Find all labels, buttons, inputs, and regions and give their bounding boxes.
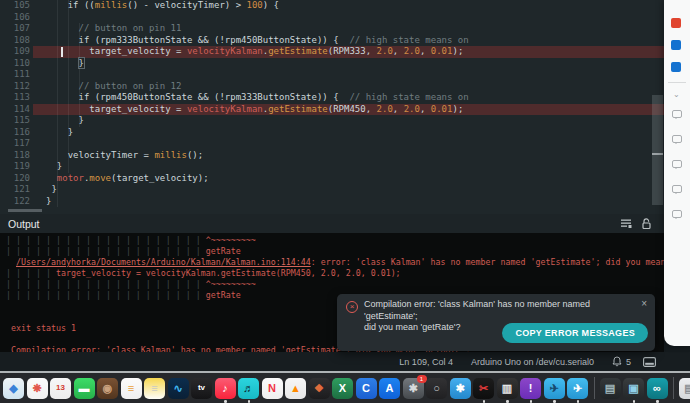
code-line-115[interactable]: 115 } xyxy=(0,115,664,127)
dock-app-apple-tv[interactable]: tv xyxy=(191,378,212,399)
dock-app-music[interactable]: ♪ xyxy=(215,378,236,399)
dock-app-window-app[interactable]: ▣ xyxy=(623,378,644,399)
dock-app-excel[interactable]: X xyxy=(332,378,353,399)
dock-app-scissors-app[interactable]: ✂ xyxy=(473,378,494,399)
code-line-113[interactable]: 113 if (rpm450ButtonState && (!rpm333But… xyxy=(0,92,664,104)
dock-app-photos[interactable]: ❋ xyxy=(27,378,48,399)
output-panel-header: Output xyxy=(0,214,664,233)
cursor-position-status[interactable]: Ln 109, Col 4 xyxy=(399,357,453,367)
c-app-icon: C xyxy=(362,383,370,394)
amazon-music-icon: ♬ xyxy=(243,383,254,394)
photos-icon: ❋ xyxy=(32,383,41,394)
line-number[interactable]: 108 xyxy=(0,35,30,47)
background-browser-window[interactable]: ⌄ xyxy=(664,0,690,346)
line-number[interactable]: 105 xyxy=(0,0,30,12)
running-indicator-dot xyxy=(633,400,636,403)
brown-circle-app-icon: ◉ xyxy=(103,383,113,394)
compilation-error-toast: × Compilation error: 'class Kalman' has … xyxy=(337,294,655,351)
code-line-111[interactable]: 111 xyxy=(0,69,664,81)
dock-app-system-settings[interactable]: ✱1 xyxy=(403,378,424,399)
line-number[interactable]: 116 xyxy=(0,127,30,139)
code-line-105[interactable]: 105 if ((millis() - velocityTimer) > 100… xyxy=(0,0,664,12)
scrollbar-cursor-mark xyxy=(652,153,663,155)
dock-app-c-app[interactable]: C xyxy=(356,378,377,399)
line-number[interactable]: 122 xyxy=(0,196,30,208)
speech-bubble-icon xyxy=(672,185,682,193)
notifications-bell-icon[interactable] xyxy=(612,356,622,367)
dock-app-wave-chart-app[interactable]: ∿ xyxy=(168,378,189,399)
running-indicator-dot xyxy=(656,400,659,403)
dock-app-calendar[interactable]: 13 xyxy=(50,378,71,399)
code-line-122[interactable]: 122} xyxy=(0,196,664,208)
blue-gear-app-icon: ✱ xyxy=(455,383,464,394)
dock-app-vlc[interactable]: ▲ xyxy=(285,378,306,399)
running-indicator-dot xyxy=(506,400,509,403)
code-line-112[interactable]: 112 // button on pin 12 xyxy=(0,81,664,93)
dock-app-facetime[interactable]: ▬ xyxy=(74,378,95,399)
code-line-108[interactable]: 108 if (rpm333ButtonState && (!rpm450But… xyxy=(0,35,664,47)
line-number[interactable]: 115 xyxy=(0,115,30,127)
dock-app-plane-app-1[interactable]: ✈ xyxy=(544,378,565,399)
code-line-110[interactable]: 110 } xyxy=(0,58,664,70)
code-line-118[interactable]: 118 velocityTimer = millis(); xyxy=(0,150,664,162)
toast-close-icon[interactable]: × xyxy=(641,298,647,309)
line-number[interactable]: 114 xyxy=(0,104,30,116)
output-panel-title: Output xyxy=(0,218,620,230)
dock-app-purple-alert-app[interactable]: ! xyxy=(520,378,541,399)
system-settings-icon: ✱ xyxy=(408,383,417,394)
dock-app-app-store[interactable]: A xyxy=(379,378,400,399)
horizontal-scrollbar[interactable] xyxy=(8,209,42,212)
line-number[interactable]: 113 xyxy=(0,92,30,104)
music-icon: ♪ xyxy=(222,383,228,394)
line-number[interactable]: 110 xyxy=(0,58,30,70)
line-number[interactable]: 118 xyxy=(0,150,30,162)
divider xyxy=(668,82,686,83)
vertical-scrollbar[interactable] xyxy=(652,95,663,205)
dock-app-piano-app[interactable]: ▥ xyxy=(497,378,518,399)
copy-error-messages-button[interactable]: COPY ERROR MESSAGES xyxy=(502,323,648,343)
color-square xyxy=(671,18,681,28)
code-line-116[interactable]: 116 } xyxy=(0,127,664,139)
line-number[interactable]: 109 xyxy=(0,46,30,58)
code-line-121[interactable]: 121 } xyxy=(0,184,664,196)
board-port-status[interactable]: Arduino Uno on /dev/cu.serial0 xyxy=(471,357,594,367)
dock-app-plane-app-2[interactable]: ✈ xyxy=(567,378,588,399)
dock-app-arduino-ide[interactable]: ∞ xyxy=(647,378,668,399)
dock-app-maps[interactable]: ◆ xyxy=(3,378,24,399)
code-line-120[interactable]: 120 motor.move(target_velocity); xyxy=(0,173,664,185)
code-editor[interactable]: 105 if ((millis() - velocityTimer) > 100… xyxy=(0,0,664,214)
indent-guide xyxy=(79,23,80,127)
line-number[interactable]: 107 xyxy=(0,23,30,35)
code-text: } xyxy=(30,196,51,208)
code-line-114[interactable]: 114 target_velocity = velocityKalman.get… xyxy=(0,104,664,116)
output-settings-icon[interactable] xyxy=(620,218,632,230)
line-number[interactable]: 117 xyxy=(0,138,30,150)
code-line-119[interactable]: 119 } xyxy=(0,161,664,173)
dock-app-notes[interactable]: ≡ xyxy=(144,378,165,399)
dock-app-amazon-music[interactable]: ♬ xyxy=(238,378,259,399)
line-number[interactable]: 120 xyxy=(0,173,30,185)
autoscroll-lock-icon[interactable] xyxy=(641,218,652,230)
code-line-107[interactable]: 107 // button on pin 11 xyxy=(0,23,664,35)
dock-app-davinci-resolve[interactable]: ❖ xyxy=(309,378,330,399)
running-indicator-dot xyxy=(553,400,556,403)
line-number[interactable]: 106 xyxy=(0,12,30,24)
dock-app-clock-app[interactable]: ○ xyxy=(426,378,447,399)
code-text: target_velocity = velocityKalman.getEsti… xyxy=(30,46,463,58)
code-line-117[interactable]: 117 xyxy=(0,138,664,150)
line-number[interactable]: 119 xyxy=(0,161,30,173)
code-line-109[interactable]: 109 target_velocity = velocityKalman.get… xyxy=(0,46,664,58)
dock-app-news[interactable]: N xyxy=(262,378,283,399)
code-line-106[interactable]: 106 xyxy=(0,12,664,24)
panel-toggle-icon[interactable] xyxy=(643,357,656,367)
line-number[interactable]: 111 xyxy=(0,69,30,81)
dock-app-monitor-app[interactable]: ▤ xyxy=(600,378,621,399)
line-number[interactable]: 112 xyxy=(0,81,30,93)
dock-app-documents-stack[interactable]: ▤ xyxy=(679,378,690,399)
dock-app-reminders[interactable]: ≡ xyxy=(121,378,142,399)
output-line: /Users/andyhorka/Documents/Arduino/Kalma… xyxy=(6,257,664,268)
line-number[interactable]: 121 xyxy=(0,184,30,196)
dock-app-brown-circle-app[interactable]: ◉ xyxy=(97,378,118,399)
notes-icon: ≡ xyxy=(151,383,157,394)
dock-app-blue-gear-app[interactable]: ✱ xyxy=(450,378,471,399)
